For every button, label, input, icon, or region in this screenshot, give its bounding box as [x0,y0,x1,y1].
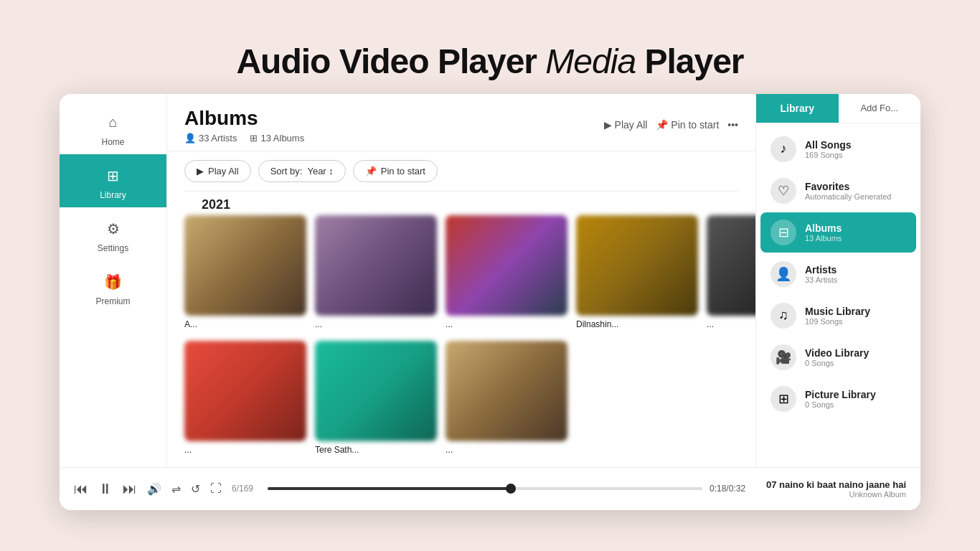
album-title: ... [707,319,755,329]
sidebar-premium-label: Premium [95,296,130,306]
time-current: 0:18 [710,484,726,494]
picture-library-sub: 0 Songs [805,400,906,409]
album-card[interactable]: A... [184,215,306,329]
favorites-icon: ♡ [771,178,796,204]
shuffle-button[interactable]: ⇌ [171,482,181,496]
pin-label: Pin to start [381,166,425,176]
album-title: ... [446,445,567,455]
sidebar-item-settings[interactable]: ⚙ Settings [60,207,166,260]
all-songs-icon: ♪ [771,136,796,162]
page-title-italic: Media [545,42,636,80]
player-window: ⌂ Home ⊞ Library ⚙ Settings 🎁 Premium Al… [60,94,920,510]
album-card[interactable]: ... [446,215,567,329]
page-title-suffix: Player [636,42,743,80]
favorites-info: Favorites Automatically Generated [805,181,906,201]
album-row-2: ... Tere Sath... ... [184,341,738,455]
album-card[interactable]: ... [184,341,306,455]
music-library-info: Music Library 109 Songs [805,306,906,326]
albums-grid: 2021 A... ... ... [167,192,755,467]
album-card[interactable]: Dilnashin... [576,215,698,329]
right-item-video-library[interactable]: 🎥 Video Library 0 Songs [760,337,916,377]
settings-icon: ⚙ [102,217,125,240]
video-library-name: Video Library [805,347,906,359]
fullscreen-button[interactable]: ⛶ [210,482,222,495]
album-card[interactable]: ... [315,215,437,329]
albums-count: ⊞ 13 Albums [250,133,304,143]
album-card[interactable]: Tere Sath... [315,341,437,455]
pause-button[interactable]: ⏸ [98,481,113,497]
right-panel-list: ♪ All Songs 169 Songs ♡ Favorites Automa… [756,123,920,467]
album-title: Tere Sath... [315,445,437,455]
albums-sub: 13 Albums [805,234,906,242]
right-item-picture-library[interactable]: ⊞ Picture Library 0 Songs [760,379,916,419]
video-library-icon: 🎥 [771,344,796,370]
sidebar-item-premium[interactable]: 🎁 Premium [60,260,166,314]
now-playing-title: 07 naino ki baat naino jaane hai [763,479,906,490]
sort-button[interactable]: Sort by: Year ↕ [258,160,346,182]
year-section-label: 2021 [184,192,738,215]
favorites-sub: Automatically Generated [805,192,906,201]
sidebar-library-label: Library [100,190,126,200]
tab-add-folder[interactable]: Add Fo... [839,94,921,123]
right-panel-tabs: Library Add Fo... [756,94,920,123]
pin-button[interactable]: 📌 Pin to start [353,160,438,182]
volume-button[interactable]: 🔊 [147,482,161,496]
progress-thumb [506,484,516,494]
picture-library-info: Picture Library 0 Songs [805,389,906,409]
play-all-label: Play All [208,166,239,176]
home-icon: ⌂ [102,111,125,134]
sidebar-home-label: Home [101,137,124,147]
prev-button[interactable]: ⏮ [74,481,88,497]
albums-name: Albums [805,222,906,234]
page-title: Audio Video Player Media Player [236,42,743,81]
pin-icon: 📌 [365,166,377,176]
play-all-icon: ▶ [197,166,204,176]
right-item-all-songs[interactable]: ♪ All Songs 169 Songs [760,129,916,169]
right-item-albums[interactable]: ⊟ Albums 13 Albums [760,212,916,253]
now-playing-sub: Unknown Album [763,490,906,499]
section-title: Albums [184,107,304,130]
content-header-left: Albums 👤 33 Artists ⊞ 13 Albums [184,107,304,143]
all-songs-info: All Songs 169 Songs [805,139,906,159]
picture-library-icon: ⊞ [771,386,796,412]
right-item-artists[interactable]: 👤 Artists 33 Artists [760,254,916,294]
album-card[interactable]: ... [707,215,755,329]
header-play-all-button[interactable]: ▶ Play All [604,119,648,131]
albums-info: Albums 13 Albums [805,222,906,242]
toolbar: ▶ Play All Sort by: Year ↕ 📌 Pin to star… [167,151,755,191]
favorites-name: Favorites [805,181,906,192]
header-more-button[interactable]: ••• [727,119,738,131]
picture-library-name: Picture Library [805,389,906,400]
content-header: Albums 👤 33 Artists ⊞ 13 Albums ▶ Play A… [167,94,755,151]
sort-label: Sort by: Year ↕ [270,166,334,176]
content-meta: 👤 33 Artists ⊞ 13 Albums [184,133,304,143]
album-thumbnail [446,215,567,316]
sidebar-item-home[interactable]: ⌂ Home [60,101,166,154]
page-title-prefix: Audio Video Player [236,42,545,80]
artists-label: 33 Artists [199,133,237,143]
content-header-right: ▶ Play All 📌 Pin to start ••• [604,119,738,131]
sidebar-settings-label: Settings [98,243,128,253]
albums-icon: ⊟ [771,220,796,245]
all-songs-name: All Songs [805,139,906,151]
all-songs-sub: 169 Songs [805,151,906,159]
right-panel: Library Add Fo... ♪ All Songs 169 Songs … [755,94,920,467]
album-title: ... [315,319,437,329]
album-row-1: A... ... ... Dilnashin... [184,215,738,329]
album-card[interactable]: ... [446,341,567,455]
library-icon: ⊞ [102,164,125,187]
tab-library[interactable]: Library [756,94,839,123]
progress-bar[interactable] [268,487,702,490]
play-all-button[interactable]: ▶ Play All [184,160,251,182]
video-library-sub: 0 Songs [805,359,906,367]
sidebar-item-library[interactable]: ⊞ Library [60,154,166,207]
repeat-button[interactable]: ↺ [191,482,200,496]
header-pin-button[interactable]: 📌 Pin to start [656,119,719,131]
now-playing: 07 naino ki baat naino jaane hai Unknown… [763,479,906,499]
right-item-music-library[interactable]: ♫ Music Library 109 Songs [760,296,916,336]
right-item-favorites[interactable]: ♡ Favorites Automatically Generated [760,171,916,211]
music-library-icon: ♫ [771,303,796,329]
next-button[interactable]: ⏭ [123,481,137,497]
sidebar: ⌂ Home ⊞ Library ⚙ Settings 🎁 Premium [60,94,167,467]
albums-icon: ⊞ [250,133,258,143]
